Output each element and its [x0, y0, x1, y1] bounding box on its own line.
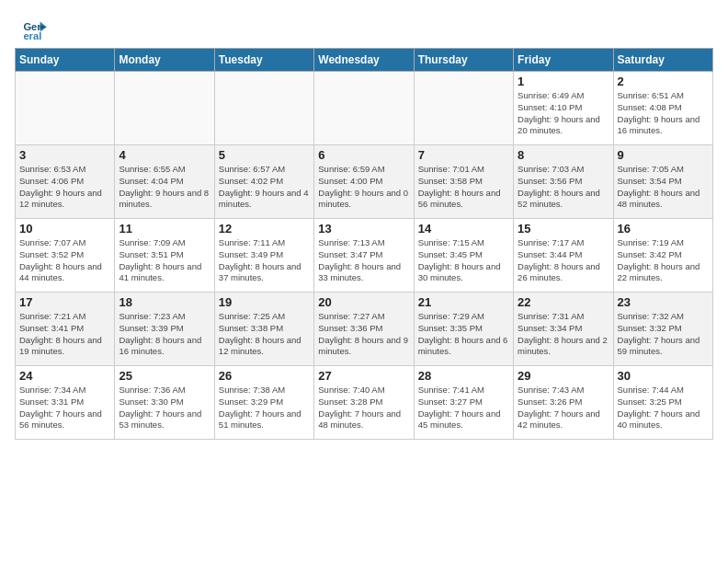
day-info: Sunrise: 6:53 AM Sunset: 4:06 PM Dayligh…	[19, 164, 110, 211]
day-number: 23	[618, 295, 709, 309]
table-row: 30Sunrise: 7:44 AM Sunset: 3:25 PM Dayli…	[613, 366, 712, 440]
table-row: 1Sunrise: 6:49 AM Sunset: 4:10 PM Daylig…	[514, 72, 613, 145]
day-number: 8	[518, 148, 609, 162]
day-info: Sunrise: 7:36 AM Sunset: 3:30 PM Dayligh…	[119, 385, 210, 431]
day-number: 13	[318, 222, 409, 236]
table-row: 6Sunrise: 6:59 AM Sunset: 4:00 PM Daylig…	[314, 145, 414, 219]
day-info: Sunrise: 7:21 AM Sunset: 3:41 PM Dayligh…	[19, 311, 110, 358]
day-info: Sunrise: 7:40 AM Sunset: 3:28 PM Dayligh…	[318, 385, 409, 431]
table-row: 15Sunrise: 7:17 AM Sunset: 3:44 PM Dayli…	[514, 219, 613, 293]
table-row: 19Sunrise: 7:25 AM Sunset: 3:38 PM Dayli…	[214, 293, 313, 366]
day-info: Sunrise: 7:31 AM Sunset: 3:34 PM Dayligh…	[518, 311, 609, 358]
day-number: 17	[19, 295, 110, 309]
table-row	[414, 72, 513, 145]
table-row: 28Sunrise: 7:41 AM Sunset: 3:27 PM Dayli…	[414, 366, 513, 440]
day-info: Sunrise: 7:19 AM Sunset: 3:42 PM Dayligh…	[618, 237, 709, 284]
day-number: 2	[618, 75, 709, 88]
day-info: Sunrise: 6:55 AM Sunset: 4:04 PM Dayligh…	[119, 164, 210, 211]
day-number: 7	[418, 148, 509, 162]
day-info: Sunrise: 7:27 AM Sunset: 3:36 PM Dayligh…	[318, 311, 409, 358]
day-number: 29	[518, 369, 609, 383]
day-info: Sunrise: 7:23 AM Sunset: 3:39 PM Dayligh…	[119, 311, 210, 358]
day-number: 15	[518, 222, 609, 236]
table-row: 14Sunrise: 7:15 AM Sunset: 3:45 PM Dayli…	[414, 219, 513, 293]
table-row	[314, 72, 414, 145]
day-info: Sunrise: 7:32 AM Sunset: 3:32 PM Dayligh…	[618, 311, 709, 358]
day-number: 28	[418, 369, 509, 383]
day-info: Sunrise: 7:38 AM Sunset: 3:29 PM Dayligh…	[219, 385, 310, 431]
day-number: 22	[518, 295, 609, 309]
day-header-sunday: Sunday	[16, 49, 115, 72]
day-info: Sunrise: 7:44 AM Sunset: 3:25 PM Dayligh…	[618, 385, 709, 431]
day-info: Sunrise: 7:05 AM Sunset: 3:54 PM Dayligh…	[618, 164, 709, 211]
day-header-friday: Friday	[514, 49, 613, 72]
table-row: 12Sunrise: 7:11 AM Sunset: 3:49 PM Dayli…	[214, 219, 313, 293]
day-info: Sunrise: 6:49 AM Sunset: 4:10 PM Dayligh…	[518, 90, 609, 137]
day-number: 21	[418, 295, 509, 309]
table-row: 17Sunrise: 7:21 AM Sunset: 3:41 PM Dayli…	[16, 293, 115, 366]
logo: Gen eral	[22, 17, 50, 42]
table-row: 21Sunrise: 7:29 AM Sunset: 3:35 PM Dayli…	[414, 293, 513, 366]
day-number: 18	[119, 295, 210, 309]
table-row: 27Sunrise: 7:40 AM Sunset: 3:28 PM Dayli…	[314, 366, 414, 440]
table-row: 23Sunrise: 7:32 AM Sunset: 3:32 PM Dayli…	[613, 293, 712, 366]
table-row	[214, 72, 313, 145]
day-info: Sunrise: 7:41 AM Sunset: 3:27 PM Dayligh…	[418, 385, 509, 431]
day-info: Sunrise: 7:25 AM Sunset: 3:38 PM Dayligh…	[219, 311, 310, 358]
svg-text:eral: eral	[23, 30, 41, 41]
table-row: 9Sunrise: 7:05 AM Sunset: 3:54 PM Daylig…	[613, 145, 712, 219]
table-row: 4Sunrise: 6:55 AM Sunset: 4:04 PM Daylig…	[115, 145, 214, 219]
table-row: 20Sunrise: 7:27 AM Sunset: 3:36 PM Dayli…	[314, 293, 414, 366]
day-info: Sunrise: 7:17 AM Sunset: 3:44 PM Dayligh…	[518, 237, 609, 284]
table-row: 26Sunrise: 7:38 AM Sunset: 3:29 PM Dayli…	[214, 366, 313, 440]
table-row: 24Sunrise: 7:34 AM Sunset: 3:31 PM Dayli…	[16, 366, 115, 440]
day-header-wednesday: Wednesday	[314, 49, 414, 72]
day-number: 24	[19, 369, 110, 383]
day-number: 12	[219, 222, 310, 236]
day-number: 20	[318, 295, 409, 309]
day-header-saturday: Saturday	[613, 49, 712, 72]
table-row: 8Sunrise: 7:03 AM Sunset: 3:56 PM Daylig…	[514, 145, 613, 219]
day-info: Sunrise: 7:03 AM Sunset: 3:56 PM Dayligh…	[518, 164, 609, 211]
day-info: Sunrise: 6:51 AM Sunset: 4:08 PM Dayligh…	[618, 90, 709, 137]
day-number: 25	[119, 369, 210, 383]
day-info: Sunrise: 7:07 AM Sunset: 3:52 PM Dayligh…	[19, 237, 110, 284]
table-row: 3Sunrise: 6:53 AM Sunset: 4:06 PM Daylig…	[16, 145, 115, 219]
day-info: Sunrise: 7:29 AM Sunset: 3:35 PM Dayligh…	[418, 311, 509, 358]
day-number: 26	[219, 369, 310, 383]
day-number: 30	[618, 369, 709, 383]
table-row: 10Sunrise: 7:07 AM Sunset: 3:52 PM Dayli…	[16, 219, 115, 293]
day-info: Sunrise: 7:34 AM Sunset: 3:31 PM Dayligh…	[19, 385, 110, 431]
day-info: Sunrise: 7:09 AM Sunset: 3:51 PM Dayligh…	[119, 237, 210, 284]
table-row: 13Sunrise: 7:13 AM Sunset: 3:47 PM Dayli…	[314, 219, 414, 293]
table-row	[115, 72, 214, 145]
day-info: Sunrise: 7:43 AM Sunset: 3:26 PM Dayligh…	[518, 385, 609, 431]
day-number: 14	[418, 222, 509, 236]
table-row: 29Sunrise: 7:43 AM Sunset: 3:26 PM Dayli…	[514, 366, 613, 440]
table-row: 7Sunrise: 7:01 AM Sunset: 3:58 PM Daylig…	[414, 145, 513, 219]
day-header-monday: Monday	[115, 49, 214, 72]
day-info: Sunrise: 6:59 AM Sunset: 4:00 PM Dayligh…	[318, 164, 409, 211]
day-number: 11	[119, 222, 210, 236]
table-row: 25Sunrise: 7:36 AM Sunset: 3:30 PM Dayli…	[115, 366, 214, 440]
table-row: 18Sunrise: 7:23 AM Sunset: 3:39 PM Dayli…	[115, 293, 214, 366]
table-row: 11Sunrise: 7:09 AM Sunset: 3:51 PM Dayli…	[115, 219, 214, 293]
day-number: 19	[219, 295, 310, 309]
table-row: 16Sunrise: 7:19 AM Sunset: 3:42 PM Dayli…	[613, 219, 712, 293]
day-number: 16	[618, 222, 709, 236]
day-number: 10	[19, 222, 110, 236]
day-number: 1	[518, 75, 609, 88]
logo-icon: Gen eral	[22, 17, 48, 42]
day-number: 3	[19, 148, 110, 162]
calendar-table: SundayMondayTuesdayWednesdayThursdayFrid…	[15, 48, 713, 440]
day-info: Sunrise: 7:01 AM Sunset: 3:58 PM Dayligh…	[418, 164, 509, 211]
day-info: Sunrise: 7:15 AM Sunset: 3:45 PM Dayligh…	[418, 237, 509, 284]
day-number: 5	[219, 148, 310, 162]
day-number: 4	[119, 148, 210, 162]
day-header-thursday: Thursday	[414, 49, 513, 72]
day-number: 27	[318, 369, 409, 383]
table-row: 2Sunrise: 6:51 AM Sunset: 4:08 PM Daylig…	[613, 72, 712, 145]
day-info: Sunrise: 6:57 AM Sunset: 4:02 PM Dayligh…	[219, 164, 310, 211]
day-header-tuesday: Tuesday	[214, 49, 313, 72]
table-row: 5Sunrise: 6:57 AM Sunset: 4:02 PM Daylig…	[214, 145, 313, 219]
